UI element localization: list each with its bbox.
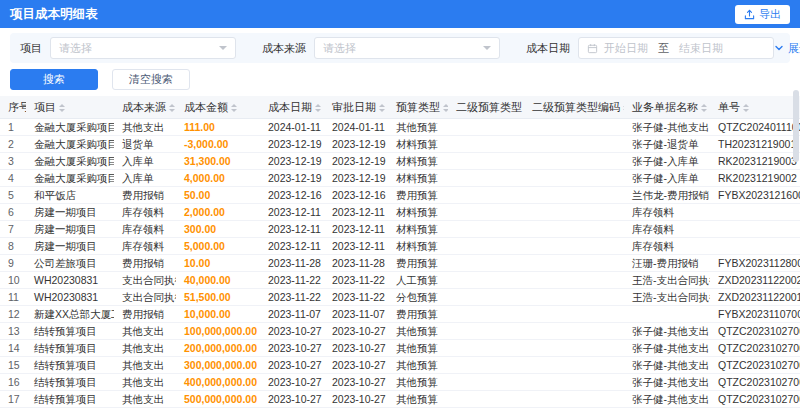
sort-icon[interactable] xyxy=(169,104,175,112)
sort-icon[interactable] xyxy=(701,104,707,112)
column-header-project[interactable]: 项目 xyxy=(26,96,114,119)
column-header-cost_date[interactable]: 成本日期 xyxy=(260,96,324,119)
cell-amount: 100,000,000.00 xyxy=(176,323,260,340)
cell-budget_sub_code xyxy=(524,340,624,357)
table-row[interactable]: 17结转预算项目其他支出500,000,000.002023-10-272023… xyxy=(0,391,800,408)
cell-budget_type: 人工预算 xyxy=(388,272,448,289)
cell-doc_no: FYBX20231107001 xyxy=(710,306,800,323)
sort-icon[interactable] xyxy=(623,104,624,112)
sort-icon[interactable] xyxy=(231,104,237,112)
table-row[interactable]: 1金融大厦采购项目其他支出111.002024-01-112024-01-11其… xyxy=(0,119,800,136)
cell-doc_name: 张子健-入库单 xyxy=(624,153,710,170)
cell-source: 费用报销 xyxy=(114,255,176,272)
column-header-amount[interactable]: 成本金额 xyxy=(176,96,260,119)
cell-project: 结转预算项目 xyxy=(26,374,114,391)
cell-no: 16 xyxy=(0,374,26,391)
table-row[interactable]: 15结转预算项目其他支出300,000,000.002023-10-272023… xyxy=(0,357,800,374)
cell-cost_date: 2023-10-27 xyxy=(260,374,324,391)
column-header-budget_type[interactable]: 预算类型 xyxy=(388,96,448,119)
cell-project: 公司差旅项目 xyxy=(26,255,114,272)
sort-icon[interactable] xyxy=(379,104,385,112)
cell-budget_type: 其他预算 xyxy=(388,357,448,374)
scrollbar-thumb[interactable] xyxy=(793,90,799,162)
column-header-budget_sub_code[interactable]: 二级预算类型编码 xyxy=(524,96,624,119)
column-header-doc_name[interactable]: 业务单据名称 xyxy=(624,96,710,119)
export-button[interactable]: 导出 xyxy=(735,5,790,24)
cell-cost_date: 2023-12-19 xyxy=(260,153,324,170)
cell-doc_name: 汪珊-费用报销 xyxy=(624,255,710,272)
table-row[interactable]: 6房建一期项目库存领料2,000.002023-12-112023-12-11材… xyxy=(0,204,800,221)
cost-detail-table: 序号项目成本来源成本金额成本日期审批日期预算类型二级预算类型二级预算类型编码业务… xyxy=(0,96,800,408)
column-header-budget_sub_type[interactable]: 二级预算类型 xyxy=(448,96,524,119)
sort-icon[interactable] xyxy=(743,104,749,112)
table-row[interactable]: 4金融大厦采购项目入库单4,000.002023-12-192023-12-19… xyxy=(0,170,800,187)
cell-budget_sub_type xyxy=(448,357,524,374)
cell-approval_date: 2023-11-07 xyxy=(324,306,388,323)
source-filter-label: 成本来源 xyxy=(262,41,306,56)
column-header-approval_date[interactable]: 审批日期 xyxy=(324,96,388,119)
cell-budget_sub_type xyxy=(448,323,524,340)
vertical-scrollbar[interactable] xyxy=(793,90,799,406)
cell-budget_sub_type xyxy=(448,136,524,153)
cell-approval_date: 2023-12-19 xyxy=(324,153,388,170)
table-row[interactable]: 16结转预算项目其他支出400,000,000.002023-10-272023… xyxy=(0,374,800,391)
table-row[interactable]: 9公司差旅项目费用报销10.002023-11-282023-11-28费用预算… xyxy=(0,255,800,272)
cell-amount: 300,000,000.00 xyxy=(176,357,260,374)
cell-budget_sub_code xyxy=(524,221,624,238)
table-row[interactable]: 3金融大厦采购项目入库单31,300.002023-12-192023-12-1… xyxy=(0,153,800,170)
chevron-down-icon xyxy=(483,46,491,54)
chevron-down-icon xyxy=(219,46,227,54)
table-row[interactable]: 12新建XX总部大厦工程二期费用报销10,000.002023-11-07202… xyxy=(0,306,800,323)
cell-project: 结转预算项目 xyxy=(26,391,114,408)
cell-budget_type: 材料预算 xyxy=(388,153,448,170)
cell-budget_sub_code xyxy=(524,306,624,323)
column-header-no[interactable]: 序号 xyxy=(0,96,26,119)
source-select[interactable]: 请选择 xyxy=(314,37,500,59)
cell-doc_name: 库存领料 xyxy=(624,221,710,238)
project-select[interactable]: 请选择 xyxy=(50,37,236,59)
search-button[interactable]: 搜索 xyxy=(10,69,98,90)
cell-cost_date: 2023-12-11 xyxy=(260,221,324,238)
cell-source: 其他支出 xyxy=(114,119,176,136)
cell-amount: 300.00 xyxy=(176,221,260,238)
column-header-source[interactable]: 成本来源 xyxy=(114,96,176,119)
clear-search-button[interactable]: 清空搜索 xyxy=(112,69,190,90)
date-separator: 至 xyxy=(658,41,669,56)
expand-filter-link[interactable]: 展开筛选 xyxy=(774,41,800,56)
cell-source: 其他支出 xyxy=(114,357,176,374)
export-button-label: 导出 xyxy=(759,7,781,22)
sort-icon[interactable] xyxy=(443,104,448,112)
table-row[interactable]: 14结转预算项目其他支出200,000,000.002023-10-272023… xyxy=(0,340,800,357)
column-header-label: 业务单据名称 xyxy=(632,101,698,113)
cell-no: 15 xyxy=(0,357,26,374)
cell-budget_sub_type xyxy=(448,340,524,357)
cell-approval_date: 2023-10-27 xyxy=(324,340,388,357)
cell-doc_name: 张子健-其他支出 xyxy=(624,119,710,136)
cell-budget_sub_code xyxy=(524,374,624,391)
cell-no: 3 xyxy=(0,153,26,170)
cell-doc_no xyxy=(710,238,800,255)
table-row[interactable]: 11WH20230831支出合同执行51,500.002023-11-22202… xyxy=(0,289,800,306)
cell-project: 金融大厦采购项目 xyxy=(26,136,114,153)
project-filter-label: 项目 xyxy=(20,41,42,56)
table-row[interactable]: 13结转预算项目其他支出100,000,000.002023-10-272023… xyxy=(0,323,800,340)
cell-doc_name: 库存领料 xyxy=(624,204,710,221)
cell-project: WH20230831 xyxy=(26,289,114,306)
cell-budget_sub_type xyxy=(448,204,524,221)
table-row[interactable]: 5和平饭店费用报销50.002023-12-162023-12-16费用预算兰伟… xyxy=(0,187,800,204)
source-filter-group: 成本来源 请选择 xyxy=(262,37,500,59)
table-row[interactable]: 2金融大厦采购项目退货单-3,000.002023-12-192023-12-1… xyxy=(0,136,800,153)
cell-budget_type: 其他预算 xyxy=(388,323,448,340)
table-row[interactable]: 8房建一期项目库存领料5,000.002023-12-112023-12-11材… xyxy=(0,238,800,255)
sort-icon[interactable] xyxy=(59,104,65,112)
cell-budget_sub_code xyxy=(524,323,624,340)
cell-cost_date: 2023-12-11 xyxy=(260,204,324,221)
date-range-picker[interactable]: 开始日期 至 结束日期 xyxy=(578,37,774,59)
cell-approval_date: 2023-10-27 xyxy=(324,391,388,408)
table-row[interactable]: 7房建一期项目库存领料300.002023-12-112023-12-11材料预… xyxy=(0,221,800,238)
column-header-doc_no[interactable]: 单号 xyxy=(710,96,800,119)
sort-icon[interactable] xyxy=(315,104,321,112)
date-end-placeholder: 结束日期 xyxy=(679,41,723,56)
cell-budget_type: 其他预算 xyxy=(388,119,448,136)
table-row[interactable]: 10WH20230831支出合同执行40,000.002023-11-22202… xyxy=(0,272,800,289)
